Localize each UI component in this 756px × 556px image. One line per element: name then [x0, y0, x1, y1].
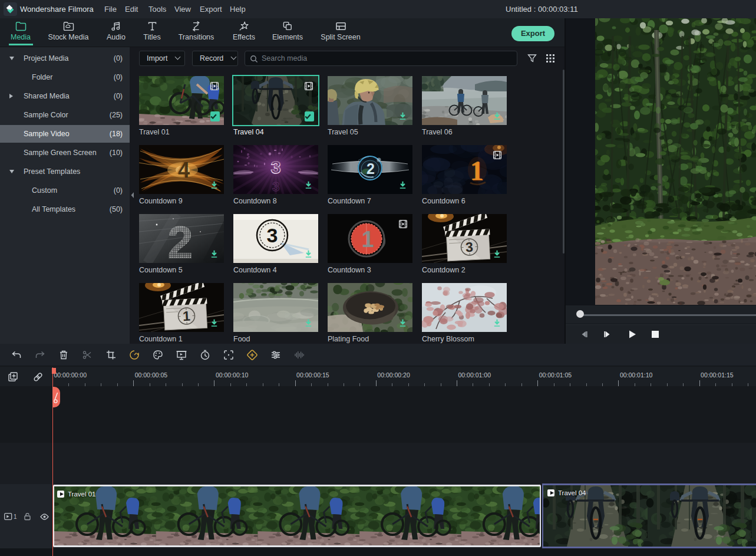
- svg-text:3: 3: [465, 239, 473, 255]
- svg-text:1: 1: [182, 308, 190, 324]
- svg-text:2: 2: [367, 160, 375, 177]
- svg-text:4: 4: [177, 157, 189, 182]
- svg-text:1: 1: [361, 227, 374, 252]
- svg-text:3: 3: [271, 157, 281, 176]
- svg-text:1: 1: [14, 514, 17, 520]
- svg-text:3: 3: [272, 179, 279, 194]
- svg-text:1: 1: [470, 156, 484, 186]
- svg-text:2: 2: [167, 216, 193, 263]
- svg-text:3: 3: [267, 224, 278, 246]
